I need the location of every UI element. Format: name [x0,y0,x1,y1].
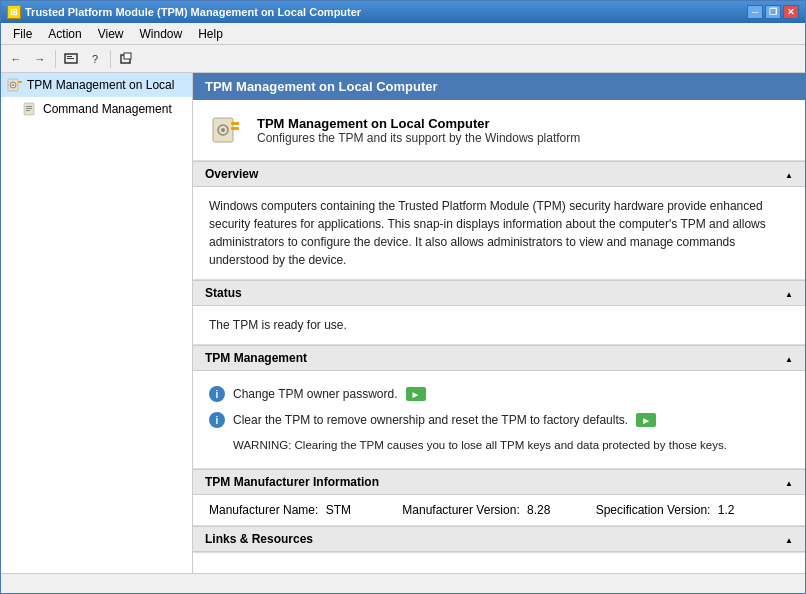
section-status: Status The TPM is ready for use. [193,280,805,345]
chevron-tpm-mgmt [785,351,793,365]
svg-rect-11 [26,108,32,109]
app-icon: ⊞ [7,5,21,19]
info-text-block: TPM Management on Local Computer Configu… [257,116,580,145]
info-subtitle: Configures the TPM and its support by th… [257,131,580,145]
mfr-version-value: 8.28 [527,503,550,517]
mfr-name-label: Manufacturer Name: [209,503,318,517]
tpm-icon-svg [209,112,245,148]
mfr-version-label: Manufacturer Version: [402,503,519,517]
warning-text: WARNING: Clearing the TPM causes you to … [233,439,727,451]
section-links: Links & Resources [193,526,805,553]
toolbar-separator-2 [110,50,111,68]
mfr-spec-label: Specification Version: [596,503,711,517]
action-label-1: Change TPM owner password. [233,385,398,403]
svg-rect-8 [18,81,22,83]
main-layout: TPM Management on Local Command Manageme… [1,73,805,573]
command-management-icon [23,101,39,117]
window-title: Trusted Platform Module (TPM) Management… [25,6,361,18]
back-button[interactable]: ← [5,48,27,70]
tpm-management-icon [7,77,23,93]
status-bar [1,573,805,594]
forward-button[interactable]: → [29,48,51,70]
menu-window[interactable]: Window [132,25,191,43]
action-go-2[interactable]: ► [636,413,656,427]
show-hide-console-button[interactable] [60,48,82,70]
svg-rect-10 [26,106,32,107]
section-content-tpm-mgmt: i Change TPM owner password. ► i Clear t… [193,371,805,468]
info-title: TPM Management on Local Computer [257,116,580,131]
close-button[interactable]: ✕ [783,5,799,19]
new-window-button[interactable] [115,48,137,70]
info-icon-1: i [209,386,225,402]
mfr-spec-value: 1.2 [718,503,735,517]
overview-text: Windows computers containing the Trusted… [209,199,766,267]
svg-rect-4 [124,53,131,59]
mfr-spec-item: Specification Version: 1.2 [596,503,789,517]
tpm-header-icon [209,112,245,148]
main-window: ⊞ Trusted Platform Module (TPM) Manageme… [0,0,806,594]
section-content-status: The TPM is ready for use. [193,306,805,344]
menu-help[interactable]: Help [190,25,231,43]
help-button[interactable]: ? [84,48,106,70]
section-title-manufacturer: TPM Manufacturer Information [205,475,379,489]
svg-rect-17 [231,127,239,130]
menu-bar: File Action View Window Help [1,23,805,45]
section-content-overview: Windows computers containing the Trusted… [193,187,805,279]
mfr-name-item: Manufacturer Name: STM [209,503,402,517]
action-go-1[interactable]: ► [406,387,426,401]
sidebar-item-tpm-management[interactable]: TPM Management on Local [1,73,192,97]
action-row-1: i Change TPM owner password. ► [209,381,789,407]
mfr-version-item: Manufacturer Version: 8.28 [402,503,595,517]
section-header-overview[interactable]: Overview [193,161,805,187]
content-header-title: TPM Management on Local Computer [205,79,438,94]
svg-rect-2 [67,58,74,59]
sidebar-item-command-management[interactable]: Command Management [1,97,192,121]
menu-action[interactable]: Action [40,25,89,43]
status-text: The TPM is ready for use. [209,318,347,332]
section-header-manufacturer[interactable]: TPM Manufacturer Information [193,469,805,495]
chevron-status [785,286,793,300]
svg-point-7 [12,84,14,86]
section-overview: Overview Windows computers containing th… [193,161,805,280]
menu-file[interactable]: File [5,25,40,43]
warning-text-row: WARNING: Clearing the TPM causes you to … [209,433,789,458]
section-title-status: Status [205,286,242,300]
svg-point-15 [221,128,225,132]
mfr-name-value: STM [326,503,351,517]
svg-rect-1 [67,56,72,57]
svg-rect-12 [26,110,30,111]
sidebar-label-tpm: TPM Management on Local [27,78,174,92]
content-body: TPM Management on Local Computer Configu… [193,100,805,553]
action-label-2: Clear the TPM to remove ownership and re… [233,411,628,429]
toolbar-separator-1 [55,50,56,68]
action-row-2: i Clear the TPM to remove ownership and … [209,407,789,433]
info-icon-2: i [209,412,225,428]
title-bar: ⊞ Trusted Platform Module (TPM) Manageme… [1,1,805,23]
menu-view[interactable]: View [90,25,132,43]
info-header-row: TPM Management on Local Computer Configu… [193,100,805,161]
sidebar-label-command: Command Management [43,102,172,116]
section-title-overview: Overview [205,167,258,181]
toolbar: ← → ? [1,45,805,73]
new-window-icon [119,52,133,66]
minimize-button[interactable]: ─ [747,5,763,19]
restore-button[interactable]: ❐ [765,5,781,19]
chevron-manufacturer [785,475,793,489]
section-title-links: Links & Resources [205,532,313,546]
manufacturer-info-row: Manufacturer Name: STM Manufacturer Vers… [193,495,805,525]
window-controls: ─ ❐ ✕ [747,5,799,19]
content-header: TPM Management on Local Computer [193,73,805,100]
chevron-overview [785,167,793,181]
section-title-tpm-mgmt: TPM Management [205,351,307,365]
console-icon [64,52,78,66]
content-area[interactable]: TPM Management on Local Computer [193,73,805,573]
section-header-tpm-mgmt[interactable]: TPM Management [193,345,805,371]
section-manufacturer: TPM Manufacturer Information Manufacture… [193,469,805,526]
section-header-links[interactable]: Links & Resources [193,526,805,552]
section-tpm-management: TPM Management i Change TPM owner passwo… [193,345,805,469]
section-header-status[interactable]: Status [193,280,805,306]
chevron-links [785,532,793,546]
svg-rect-16 [231,122,239,125]
sidebar: TPM Management on Local Command Manageme… [1,73,193,573]
